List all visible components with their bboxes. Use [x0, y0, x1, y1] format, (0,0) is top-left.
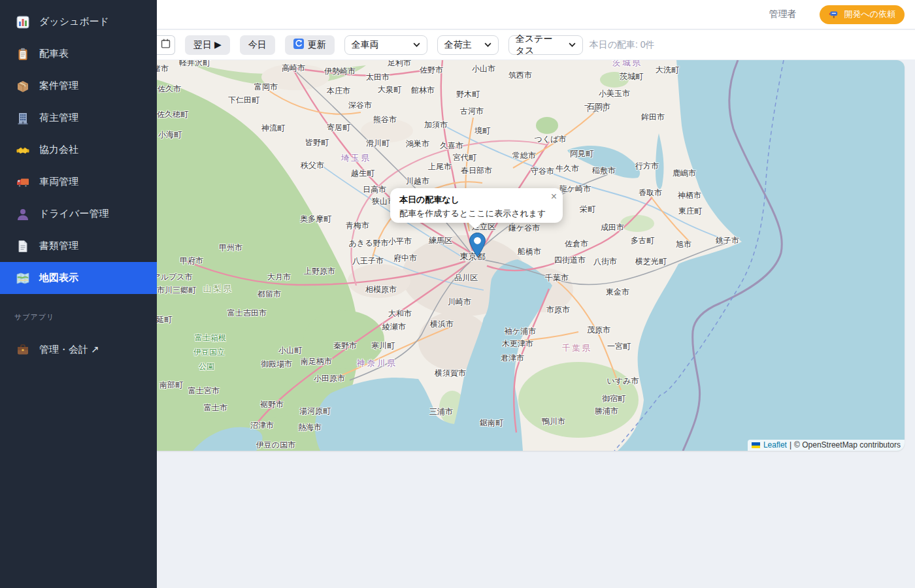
refresh-label: 更新 — [308, 39, 326, 51]
sidebar-item-[interactable]: 管理・会計 ↗ — [0, 335, 157, 365]
refresh-icon — [293, 39, 304, 51]
leaflet-link[interactable]: Leaflet — [763, 440, 787, 449]
map-attribution: Leaflet | © OpenStreetMap contributors — [748, 440, 905, 451]
refresh-button[interactable]: 更新 — [285, 35, 335, 55]
briefcase-icon — [16, 342, 30, 357]
sidebar-item-[interactable]: 配車表 — [0, 38, 157, 70]
sidebar-item-[interactable]: ダッシュボード — [0, 6, 157, 38]
calendar-icon — [160, 38, 171, 52]
map-canvas[interactable]: 軽井沢町諸市高崎市伊勢崎市太田市足利市佐野市小山市筑西市富岡市本庄市大泉町館林市… — [157, 60, 905, 451]
sidebar-subnav: 管理・会計 ↗ — [0, 335, 157, 365]
sidebar-item-label: 車両管理 — [39, 176, 78, 188]
sidebar-item-[interactable]: 案件管理 — [0, 70, 157, 102]
dev-request-button[interactable]: 開発への依頼 — [820, 5, 905, 24]
vehicle-filter-select[interactable]: 全車両 — [344, 35, 427, 55]
today-button[interactable]: 今日 — [240, 35, 275, 55]
map-popup: 本日の配車なし 配車を作成するとここに表示されます × — [390, 188, 563, 223]
sidebar-item-[interactable]: 荷主管理 — [0, 102, 157, 134]
package-icon — [16, 79, 30, 93]
sidebar-item-[interactable]: 書類管理 — [0, 230, 157, 262]
chevron-down-icon — [413, 42, 420, 47]
toolbar: 翌日 ▶ 今日 更新 全車両 全荷主 全ステータス 本日の配車: 0件 — [157, 30, 915, 59]
truck-icon — [16, 175, 30, 189]
map-icon — [16, 271, 30, 286]
next-day-button[interactable]: 翌日 ▶ — [185, 35, 230, 55]
sidebar-item-label: 荷主管理 — [39, 112, 78, 124]
popup-close-button[interactable]: × — [551, 189, 557, 204]
attribution-separator: | — [790, 440, 791, 449]
header: 管理者 開発への依頼 — [157, 0, 915, 29]
person-icon — [16, 207, 30, 221]
sidebar: ダッシュボード配車表案件管理荷主管理協力会社車両管理ドライバー管理書類管理地図表… — [0, 0, 157, 588]
building-icon — [16, 111, 30, 125]
sidebar-item-label: ダッシュボード — [39, 16, 109, 28]
sidebar-item-label: 案件管理 — [39, 80, 78, 92]
sidebar-item-label: 配車表 — [39, 48, 69, 60]
clipboard-icon — [16, 47, 30, 61]
sidebar-item-label: 地図表示 — [39, 272, 78, 284]
dashboard-icon — [16, 15, 30, 29]
sidebar-item-[interactable]: 車両管理 — [0, 166, 157, 198]
popup-title: 本日の配車なし — [399, 194, 554, 206]
sidebar-item-[interactable]: 協力会社 — [0, 134, 157, 166]
ukraine-flag-icon — [752, 442, 760, 448]
map-tiles — [157, 60, 905, 451]
postbox-icon — [829, 8, 839, 21]
dev-request-label: 開発への依頼 — [844, 8, 895, 20]
chevron-down-icon — [484, 42, 491, 47]
handshake-icon — [16, 143, 30, 157]
status-filter-select[interactable]: 全ステータス — [508, 35, 583, 55]
chevron-down-icon — [569, 42, 576, 47]
sidebar-item-label: 書類管理 — [39, 240, 78, 252]
date-input[interactable] — [157, 35, 175, 55]
osm-attribution: © OpenStreetMap contributors — [794, 440, 901, 449]
sidebar-item-[interactable]: 地図表示 — [0, 262, 157, 294]
sidebar-nav: ダッシュボード配車表案件管理荷主管理協力会社車両管理ドライバー管理書類管理地図表… — [0, 6, 157, 294]
user-label: 管理者 — [769, 8, 796, 20]
sidebar-item-label: 協力会社 — [39, 144, 78, 156]
sidebar-section-label: サブアプリ — [0, 294, 157, 329]
document-icon — [16, 239, 30, 253]
shipper-filter-select[interactable]: 全荷主 — [437, 35, 499, 55]
sidebar-item-label: ドライバー管理 — [39, 208, 108, 220]
map-marker[interactable] — [469, 233, 486, 257]
sidebar-item-[interactable]: ドライバー管理 — [0, 198, 157, 230]
dispatch-count: 本日の配車: 0件 — [590, 39, 655, 51]
sidebar-item-label: 管理・会計 ↗ — [39, 344, 99, 356]
